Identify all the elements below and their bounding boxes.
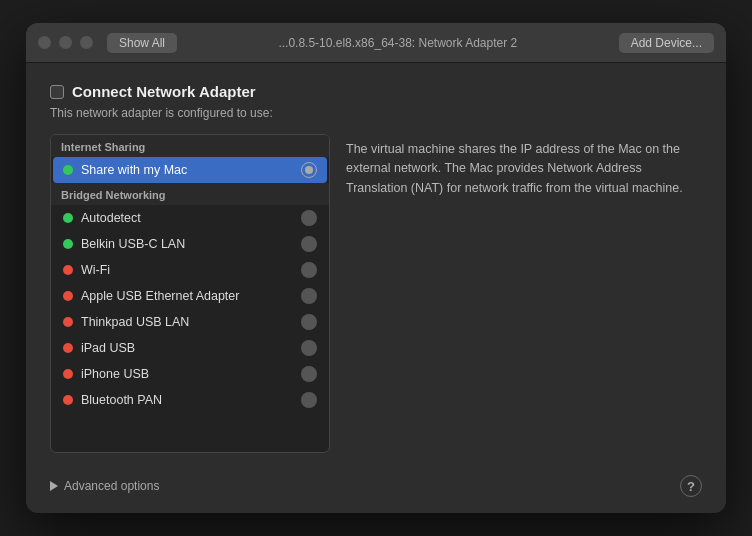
status-dot-red bbox=[63, 369, 73, 379]
connect-row: Connect Network Adapter bbox=[50, 83, 702, 100]
minimize-button[interactable] bbox=[59, 36, 72, 49]
help-button[interactable]: ? bbox=[680, 475, 702, 497]
main-area: Internet Sharing Share with my Mac Bridg… bbox=[50, 134, 702, 453]
list-item-iphone-usb[interactable]: iPhone USB bbox=[53, 361, 327, 387]
subtitle: This network adapter is configured to us… bbox=[50, 106, 702, 120]
bridged-networking-header: Bridged Networking bbox=[51, 183, 329, 205]
status-dot-red bbox=[63, 343, 73, 353]
radio-unselected bbox=[301, 340, 317, 356]
list-item-wifi[interactable]: Wi-Fi bbox=[53, 257, 327, 283]
bottom-bar: Advanced options ? bbox=[50, 467, 702, 497]
status-dot-red bbox=[63, 395, 73, 405]
list-item-thinkpad[interactable]: Thinkpad USB LAN bbox=[53, 309, 327, 335]
radio-inner bbox=[305, 166, 313, 174]
list-item-apple-usb[interactable]: Apple USB Ethernet Adapter bbox=[53, 283, 327, 309]
description-text: The virtual machine shares the IP addres… bbox=[346, 142, 683, 195]
item-label: Apple USB Ethernet Adapter bbox=[81, 289, 301, 303]
status-dot-red bbox=[63, 317, 73, 327]
radio-unselected bbox=[301, 236, 317, 252]
titlebar: Show All ...0.8.5-10.el8.x86_64-38: Netw… bbox=[26, 23, 726, 63]
radio-unselected bbox=[301, 392, 317, 408]
item-label: Bluetooth PAN bbox=[81, 393, 301, 407]
list-item-ipad-usb[interactable]: iPad USB bbox=[53, 335, 327, 361]
radio-unselected bbox=[301, 288, 317, 304]
window: Show All ...0.8.5-10.el8.x86_64-38: Netw… bbox=[26, 23, 726, 513]
list-item-bluetooth-pan[interactable]: Bluetooth PAN bbox=[53, 387, 327, 413]
show-all-button[interactable]: Show All bbox=[107, 33, 177, 53]
status-dot-red bbox=[63, 265, 73, 275]
radio-unselected bbox=[301, 262, 317, 278]
status-dot-green bbox=[63, 165, 73, 175]
radio-unselected bbox=[301, 314, 317, 330]
add-device-button[interactable]: Add Device... bbox=[619, 33, 714, 53]
description-panel: The virtual machine shares the IP addres… bbox=[346, 134, 702, 453]
triangle-icon bbox=[50, 481, 58, 491]
item-label: Share with my Mac bbox=[81, 163, 301, 177]
item-label: Belkin USB-C LAN bbox=[81, 237, 301, 251]
advanced-options-toggle[interactable]: Advanced options bbox=[50, 479, 159, 493]
item-label: Autodetect bbox=[81, 211, 301, 225]
radio-selected bbox=[301, 162, 317, 178]
radio-unselected bbox=[301, 210, 317, 226]
item-label: Wi-Fi bbox=[81, 263, 301, 277]
connect-checkbox[interactable] bbox=[50, 85, 64, 99]
internet-sharing-header: Internet Sharing bbox=[51, 135, 329, 157]
item-label: iPad USB bbox=[81, 341, 301, 355]
status-dot-green bbox=[63, 239, 73, 249]
close-button[interactable] bbox=[38, 36, 51, 49]
list-item-autodetect[interactable]: Autodetect bbox=[53, 205, 327, 231]
connect-label: Connect Network Adapter bbox=[72, 83, 256, 100]
list-item-belkin[interactable]: Belkin USB-C LAN bbox=[53, 231, 327, 257]
item-label: iPhone USB bbox=[81, 367, 301, 381]
main-content: Connect Network Adapter This network ada… bbox=[26, 63, 726, 513]
status-dot-green bbox=[63, 213, 73, 223]
network-list-panel: Internet Sharing Share with my Mac Bridg… bbox=[50, 134, 330, 453]
window-title: ...0.8.5-10.el8.x86_64-38: Network Adapt… bbox=[185, 36, 611, 50]
maximize-button[interactable] bbox=[80, 36, 93, 49]
item-label: Thinkpad USB LAN bbox=[81, 315, 301, 329]
list-item-share-with-mac[interactable]: Share with my Mac bbox=[53, 157, 327, 183]
radio-unselected bbox=[301, 366, 317, 382]
advanced-options-label: Advanced options bbox=[64, 479, 159, 493]
status-dot-red bbox=[63, 291, 73, 301]
